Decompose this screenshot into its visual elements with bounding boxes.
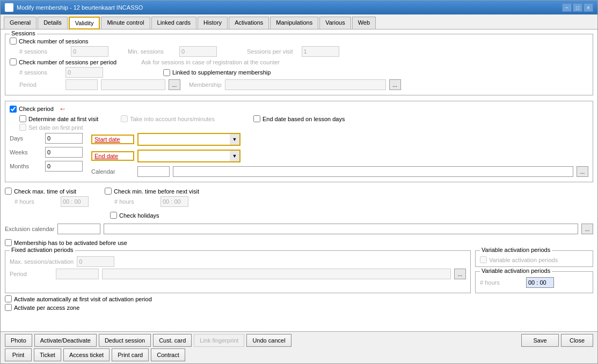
- activate-deactivate-button[interactable]: Activate/Deactivate: [34, 334, 97, 347]
- take-into-account-label[interactable]: Take into account hours/minutes: [121, 115, 215, 122]
- min-time-group: Check min. time before next visit # hour…: [105, 188, 199, 209]
- exclusion-calendar-input1[interactable]: [57, 224, 100, 234]
- check-sessions-checkbox[interactable]: [10, 38, 17, 44]
- membership-activation-checkbox[interactable]: [5, 239, 12, 246]
- print-button[interactable]: Print: [5, 348, 32, 361]
- exclusion-calendar-input2[interactable]: [104, 224, 578, 234]
- weeks-input[interactable]: [45, 147, 83, 158]
- bottom-bar: Photo Activate/Deactivate Deduct session…: [1, 331, 597, 363]
- check-min-time-label[interactable]: Check min. time before next visit: [105, 188, 199, 195]
- min-sessions-input[interactable]: [179, 46, 217, 57]
- tab-various[interactable]: Various: [319, 17, 351, 29]
- close-button[interactable]: Close: [561, 334, 593, 347]
- deduct-session-button[interactable]: Deduct session: [99, 334, 151, 347]
- determine-date-checkbox[interactable]: [19, 115, 26, 122]
- period-inputs-area: Days Weeks Months Start date: [10, 133, 588, 179]
- check-period-label[interactable]: Check period: [10, 106, 54, 113]
- cust-card-button[interactable]: Cust. card: [153, 334, 192, 347]
- variable-activation-outer-title: Variable activation periods: [480, 247, 552, 253]
- num-sessions-per-period-input[interactable]: [65, 67, 103, 78]
- ticket-button[interactable]: Ticket: [34, 348, 61, 361]
- min-hours-row: # hours: [114, 196, 199, 207]
- days-input[interactable]: [45, 133, 83, 144]
- activation-period-input1[interactable]: [56, 269, 99, 279]
- calendar-label: Calendar: [91, 168, 134, 175]
- calendar-input2[interactable]: [173, 166, 573, 177]
- period-input1[interactable]: [65, 79, 98, 90]
- period-browse-button[interactable]: ...: [169, 79, 180, 90]
- check-holidays-label[interactable]: Check holidays: [110, 212, 159, 219]
- tab-general[interactable]: General: [4, 17, 37, 29]
- photo-button[interactable]: Photo: [5, 334, 32, 347]
- tab-linked-cards[interactable]: Linked cards: [151, 17, 196, 29]
- end-date-based-label[interactable]: End date based on lesson days: [253, 115, 345, 122]
- check-max-time-checkbox[interactable]: [5, 188, 12, 195]
- check-max-time-label[interactable]: Check max. time of visit: [5, 188, 76, 195]
- linked-supplementary-label[interactable]: Linked to supplementary membership: [163, 69, 271, 76]
- tab-web[interactable]: Web: [352, 17, 376, 29]
- weeks-row: Weeks: [10, 147, 83, 158]
- max-hours-input[interactable]: [61, 196, 89, 207]
- check-sessions-period-label[interactable]: Check number of sessions per period: [10, 58, 116, 65]
- months-input[interactable]: [45, 161, 83, 172]
- check-period-row: Check period ←: [10, 105, 588, 113]
- print-card-button[interactable]: Print card: [112, 348, 149, 361]
- activation-panels: Fixed activation periods Max. sessions/a…: [5, 248, 593, 293]
- exclusion-calendar-browse-btn[interactable]: ...: [581, 224, 593, 234]
- calendar-input1[interactable]: [137, 166, 170, 177]
- maximize-button[interactable]: □: [573, 3, 582, 12]
- tab-details[interactable]: Details: [38, 17, 68, 29]
- membership-browse-button[interactable]: ...: [389, 79, 401, 90]
- end-date-btn[interactable]: ▼: [230, 151, 239, 161]
- check-sessions-label[interactable]: Check number of sessions: [10, 38, 89, 44]
- activate-access-zone-label[interactable]: Activate per access zone: [5, 304, 79, 311]
- start-date-input[interactable]: dinsdag 10 oktober 2023: [138, 134, 230, 145]
- membership-input[interactable]: [225, 79, 386, 90]
- membership-activation-label[interactable]: Membership has to be activated before us…: [5, 239, 127, 246]
- activation-period-input2[interactable]: [102, 269, 451, 279]
- var-hours-input[interactable]: [526, 277, 554, 288]
- check-min-time-checkbox[interactable]: [105, 188, 112, 195]
- set-date-checkbox[interactable]: [19, 124, 26, 131]
- var-hours-row: # hours: [480, 277, 588, 288]
- set-date-label[interactable]: Set date on first print: [19, 124, 83, 131]
- take-into-account-checkbox[interactable]: [121, 115, 128, 122]
- activate-auto-label[interactable]: Activate automatically at first visit of…: [5, 295, 152, 302]
- tab-activations[interactable]: Activations: [229, 17, 269, 29]
- calendar-browse-btn[interactable]: ...: [577, 166, 588, 177]
- tab-validity[interactable]: Validity: [69, 17, 100, 29]
- exclusion-calendar-row: Exclusion calendar ...: [5, 224, 593, 234]
- contract-button[interactable]: Contract: [151, 348, 185, 361]
- end-date-based-checkbox[interactable]: [253, 115, 260, 122]
- variable-activation-label[interactable]: Variable activation periods: [480, 256, 588, 263]
- check-sessions-period-checkbox[interactable]: [10, 58, 17, 65]
- tab-manipulations[interactable]: Manipulations: [270, 17, 318, 29]
- activate-access-zone-checkbox[interactable]: [5, 304, 12, 311]
- variable-activation-checkbox[interactable]: [480, 256, 487, 263]
- min-hours-input[interactable]: [161, 196, 188, 207]
- sessions-per-visit-input[interactable]: [302, 46, 339, 57]
- activation-period-browse-btn[interactable]: ...: [454, 269, 466, 279]
- start-date-btn[interactable]: ▼: [230, 134, 239, 145]
- activate-access-zone-row: Activate per access zone: [5, 304, 593, 311]
- tab-minute-control[interactable]: Minute control: [101, 17, 150, 29]
- num-sessions-input[interactable]: [71, 46, 108, 57]
- link-fingerprint-button[interactable]: Link fingerprint: [194, 334, 244, 347]
- save-button[interactable]: Save: [521, 334, 559, 347]
- max-sessions-input[interactable]: [77, 256, 114, 267]
- period-input2[interactable]: [101, 79, 165, 90]
- end-date-input[interactable]: donderdag 9 november 2023: [138, 151, 230, 161]
- variable-activation-hours-title: Variable activation periods: [480, 268, 552, 274]
- minimize-button[interactable]: −: [562, 3, 572, 12]
- tab-history[interactable]: History: [198, 17, 228, 29]
- check-holidays-checkbox[interactable]: [110, 212, 117, 219]
- access-ticket-button[interactable]: Access ticket: [63, 348, 110, 361]
- activation-period-row: Period ...: [10, 269, 466, 279]
- determine-date-label[interactable]: Determine date at first visit: [19, 115, 98, 122]
- activate-auto-checkbox[interactable]: [5, 295, 12, 302]
- max-hours-label: # hours: [14, 198, 57, 205]
- check-period-checkbox[interactable]: [10, 106, 17, 113]
- undo-cancel-button[interactable]: Undo cancel: [246, 334, 291, 347]
- close-window-button[interactable]: ×: [584, 3, 593, 12]
- linked-supplementary-checkbox[interactable]: [163, 69, 170, 76]
